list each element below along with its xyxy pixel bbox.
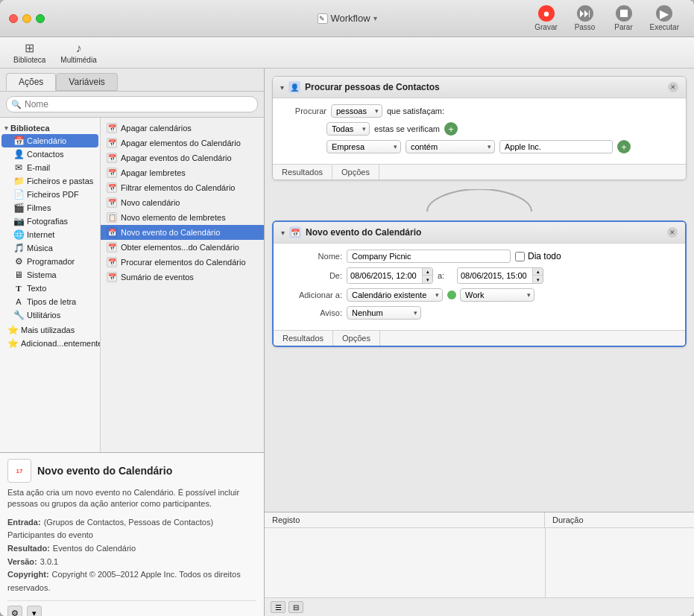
action-label: Apagar eventos do Calendário bbox=[121, 153, 232, 162]
minimize-button[interactable] bbox=[22, 14, 31, 23]
dia-todo-wrap: Dia todo bbox=[515, 251, 561, 261]
sidebar-item-filmes[interactable]: 🎬 Filmes bbox=[1, 201, 98, 215]
action-apagar-eventos[interactable]: 📅 Apagar eventos do Calendário bbox=[101, 150, 264, 165]
action-apagar-elementos[interactable]: 📅 Apagar elementos do Calendário bbox=[101, 136, 264, 150]
to-stepper-down[interactable]: ▾ bbox=[532, 276, 543, 283]
tab-acoes[interactable]: Ações bbox=[6, 73, 56, 91]
card1-title: Procurar pessoas de Contactos bbox=[305, 82, 663, 92]
adicionadas-icon: ⭐ bbox=[7, 338, 18, 349]
empresa-select[interactable]: Empresa bbox=[327, 140, 401, 153]
close-button[interactable] bbox=[9, 14, 18, 23]
empresa-select-wrap: Empresa bbox=[327, 140, 401, 153]
title-edit-icon: ✎ bbox=[317, 13, 327, 24]
to-stepper-up[interactable]: ▴ bbox=[532, 268, 543, 276]
sidebar-item-ficheiros-pdf[interactable]: 📄 Ficheiros PDF bbox=[1, 188, 98, 201]
card1-close-button[interactable]: ✕ bbox=[668, 82, 678, 92]
action-procurar-elementos[interactable]: 📅 Procurar elementos do Calendário bbox=[101, 255, 264, 270]
from-stepper-buttons: ▴ ▾ bbox=[422, 268, 432, 283]
programador-icon: ⚙ bbox=[13, 256, 24, 267]
record-label: Gravar bbox=[534, 23, 558, 31]
library-label: Biblioteca bbox=[13, 56, 45, 64]
library-button[interactable]: ⊞ Biblioteca bbox=[6, 39, 53, 66]
sidebar-item-mais-utilizadas[interactable]: ⭐ Mais utilizadas bbox=[1, 323, 98, 337]
workflow-area: ▾ 👤 Procurar pessoas de Contactos ✕ Proc… bbox=[265, 69, 694, 512]
sidebar-item-sistema[interactable]: 🖥 Sistema bbox=[1, 268, 98, 282]
stop-button[interactable]: ⏹ Parar bbox=[605, 2, 643, 34]
action-novo-calendario[interactable]: 📅 Novo calendário bbox=[101, 195, 264, 210]
action-filtrar[interactable]: 📅 Filtrar elementos do Calendário bbox=[101, 180, 264, 195]
library-section-label: Biblioteca bbox=[10, 124, 50, 133]
action-label: Procurar elementos do Calendário bbox=[121, 258, 246, 267]
to-date-input[interactable] bbox=[458, 270, 532, 282]
sidebar-item-adicionadas[interactable]: ⭐ Adicionad...entemente bbox=[1, 337, 98, 350]
info-gear-button[interactable]: ⚙ bbox=[7, 606, 22, 616]
run-icon: ▶ bbox=[656, 5, 672, 22]
step-button[interactable]: ⏭ Passo bbox=[567, 2, 604, 34]
sidebar-item-internet[interactable]: 🌐 Internet bbox=[1, 228, 98, 241]
contem-select[interactable]: contém bbox=[406, 140, 495, 153]
musica-icon: 🎵 bbox=[13, 243, 24, 253]
search-input[interactable] bbox=[6, 96, 258, 112]
from-stepper-down[interactable]: ▾ bbox=[422, 276, 432, 283]
sidebar-item-utilitarios[interactable]: 🔧 Utilitários bbox=[1, 308, 98, 322]
add-to-select[interactable]: Calendário existente bbox=[347, 288, 443, 302]
add-value-button[interactable]: + bbox=[617, 140, 631, 153]
log-split-view-button[interactable]: ⊟ bbox=[288, 601, 303, 613]
dia-todo-checkbox[interactable] bbox=[515, 252, 525, 261]
action-label: Sumário de eventos bbox=[121, 273, 194, 282]
sidebar-item-contactos[interactable]: 👤 Contactos bbox=[1, 147, 98, 161]
card1-tab-resultados[interactable]: Resultados bbox=[273, 165, 332, 180]
action-apagar-lembretes[interactable]: 📅 Apagar lembretes bbox=[101, 165, 264, 180]
action-icon: 📅 bbox=[107, 138, 117, 148]
sidebar-item-email[interactable]: ✉ E-mail bbox=[1, 161, 98, 174]
run-button[interactable]: ▶ Executar bbox=[644, 2, 685, 34]
calendario-icon: 📅 bbox=[13, 136, 24, 146]
action-label: Apagar lembretes bbox=[121, 168, 186, 177]
contactos-icon: 👤 bbox=[13, 149, 24, 159]
card2-close-button[interactable]: ✕ bbox=[667, 227, 678, 238]
sidebar-item-texto[interactable]: T Texto bbox=[1, 282, 98, 295]
card2-tab-opcoes[interactable]: Opções bbox=[333, 331, 380, 346]
card1-collapse-icon[interactable]: ▾ bbox=[280, 83, 284, 92]
card1-row2: Todas estas se verificam + bbox=[282, 122, 677, 136]
record-button[interactable]: ⏺ Gravar bbox=[528, 2, 565, 34]
sidebar-item-label: E-mail bbox=[27, 163, 50, 172]
pessoas-select[interactable]: pessoas bbox=[331, 104, 382, 118]
multimedia-button[interactable]: ♪ Multimédia bbox=[53, 39, 104, 66]
sidebar-item-musica[interactable]: 🎵 Música bbox=[1, 241, 98, 255]
work-select[interactable]: Work bbox=[460, 288, 534, 302]
sidebar-item-programador[interactable]: ⚙ Programador bbox=[1, 255, 98, 268]
action-label: Filtrar elementos do Calendário bbox=[121, 183, 235, 192]
todas-select[interactable]: Todas bbox=[327, 122, 370, 136]
from-date-input[interactable] bbox=[347, 270, 422, 282]
log-list-view-button[interactable]: ☰ bbox=[271, 601, 286, 613]
sidebar-item-tipos-letra[interactable]: A Tipos de letra bbox=[1, 295, 98, 308]
sidebar-item-calendario[interactable]: 📅 Calendário bbox=[1, 134, 98, 147]
nome-input[interactable] bbox=[347, 250, 511, 263]
action-label: Novo calendário bbox=[121, 198, 180, 207]
card2-tab-resultados[interactable]: Resultados bbox=[274, 331, 333, 346]
fotografias-icon: 📷 bbox=[13, 216, 24, 226]
aviso-select[interactable]: Nenhum bbox=[347, 306, 421, 320]
action-icon: 📅 bbox=[107, 168, 117, 178]
action-novo-evento[interactable]: 📅 Novo evento do Calendário bbox=[101, 225, 264, 240]
tab-variaveis[interactable]: Variáveis bbox=[56, 73, 117, 91]
from-stepper-up[interactable]: ▴ bbox=[422, 268, 432, 276]
action-obter-elementos[interactable]: 📅 Obter elementos...do Calendário bbox=[101, 240, 264, 255]
info-panel: 17 Novo evento do Calendário Esta ação c… bbox=[0, 452, 264, 616]
maximize-button[interactable] bbox=[36, 14, 45, 23]
info-down-button[interactable]: ▾ bbox=[27, 606, 42, 616]
apple-value-input[interactable] bbox=[499, 140, 613, 153]
library-header[interactable]: ▾ Biblioteca bbox=[0, 122, 100, 134]
sidebar-item-fotografias[interactable]: 📷 Fotografias bbox=[1, 215, 98, 228]
action-sumario[interactable]: 📅 Sumário de eventos bbox=[101, 270, 264, 285]
add-to-select-wrap: Calendário existente bbox=[347, 288, 443, 302]
add-condition-button[interactable]: + bbox=[444, 122, 458, 136]
card2-collapse-icon[interactable]: ▾ bbox=[281, 229, 285, 237]
action-apagar-calendarios[interactable]: 📅 Apagar calendários bbox=[101, 121, 264, 136]
action-novo-lembrete[interactable]: 📋 Novo elemento de lembretes bbox=[101, 210, 264, 225]
card1-tab-opcoes[interactable]: Opções bbox=[332, 165, 379, 180]
result-key: Resultado: bbox=[7, 544, 50, 553]
tree-chevron-icon: ▾ bbox=[4, 124, 8, 132]
sidebar-item-ficheiros-pastas[interactable]: 📁 Ficheiros e pastas bbox=[1, 174, 98, 188]
